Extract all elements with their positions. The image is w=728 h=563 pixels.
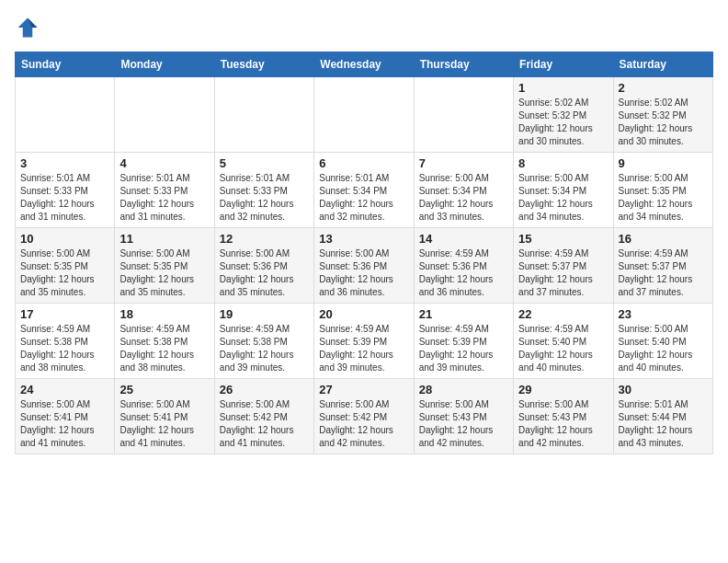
day-info: Sunrise: 4:59 AM Sunset: 5:36 PM Dayligh…	[419, 247, 508, 299]
day-info: Sunrise: 5:00 AM Sunset: 5:36 PM Dayligh…	[220, 247, 309, 299]
day-info: Sunrise: 5:01 AM Sunset: 5:33 PM Dayligh…	[119, 172, 209, 224]
calendar-cell: 23Sunrise: 5:00 AM Sunset: 5:40 PM Dayli…	[613, 304, 712, 379]
weekday-header: Sunday	[16, 52, 115, 77]
calendar-cell: 9Sunrise: 5:00 AM Sunset: 5:35 PM Daylig…	[613, 153, 712, 228]
calendar-week-row: 10Sunrise: 5:00 AM Sunset: 5:35 PM Dayli…	[16, 228, 713, 304]
day-number: 29	[518, 383, 608, 396]
day-number: 13	[319, 232, 408, 246]
calendar-cell	[414, 77, 513, 153]
day-info: Sunrise: 5:00 AM Sunset: 5:34 PM Dayligh…	[518, 172, 608, 224]
day-number: 16	[619, 232, 708, 246]
calendar-week-row: 3Sunrise: 5:01 AM Sunset: 5:33 PM Daylig…	[16, 153, 713, 228]
calendar-cell: 13Sunrise: 5:00 AM Sunset: 5:36 PM Dayli…	[314, 228, 414, 304]
calendar-cell	[214, 77, 313, 153]
day-number: 1	[518, 81, 608, 95]
day-number: 3	[20, 156, 109, 170]
day-number: 26	[220, 383, 309, 396]
day-number: 10	[20, 232, 109, 246]
day-info: Sunrise: 5:00 AM Sunset: 5:35 PM Dayligh…	[619, 172, 708, 224]
calendar-cell: 17Sunrise: 4:59 AM Sunset: 5:38 PM Dayli…	[16, 304, 115, 379]
day-number: 2	[619, 81, 708, 95]
day-number: 20	[319, 307, 408, 321]
calendar-cell: 21Sunrise: 4:59 AM Sunset: 5:39 PM Dayli…	[414, 304, 513, 379]
day-info: Sunrise: 5:00 AM Sunset: 5:41 PM Dayligh…	[20, 398, 109, 450]
weekday-header: Friday	[514, 52, 613, 77]
day-number: 15	[518, 232, 608, 246]
day-number: 23	[619, 307, 708, 321]
calendar-cell: 14Sunrise: 4:59 AM Sunset: 5:36 PM Dayli…	[414, 228, 513, 304]
day-number: 24	[20, 383, 109, 396]
calendar-cell: 29Sunrise: 5:00 AM Sunset: 5:43 PM Dayli…	[514, 379, 613, 454]
calendar-cell: 20Sunrise: 4:59 AM Sunset: 5:39 PM Dayli…	[314, 304, 414, 379]
page-header	[15, 15, 713, 40]
weekday-header: Thursday	[414, 52, 513, 77]
day-number: 28	[419, 383, 508, 396]
day-info: Sunrise: 5:01 AM Sunset: 5:44 PM Dayligh…	[619, 398, 708, 450]
day-info: Sunrise: 5:00 AM Sunset: 5:41 PM Dayligh…	[119, 398, 209, 450]
day-info: Sunrise: 4:59 AM Sunset: 5:37 PM Dayligh…	[619, 247, 708, 299]
day-info: Sunrise: 5:00 AM Sunset: 5:43 PM Dayligh…	[518, 398, 608, 450]
calendar-cell	[115, 77, 214, 153]
weekday-header: Saturday	[613, 52, 712, 77]
calendar-cell	[314, 77, 414, 153]
calendar-cell: 11Sunrise: 5:00 AM Sunset: 5:35 PM Dayli…	[115, 228, 214, 304]
day-number: 19	[220, 307, 309, 321]
calendar-cell: 15Sunrise: 4:59 AM Sunset: 5:37 PM Dayli…	[514, 228, 613, 304]
logo	[15, 15, 44, 40]
day-number: 22	[518, 307, 608, 321]
day-info: Sunrise: 5:02 AM Sunset: 5:32 PM Dayligh…	[518, 97, 608, 148]
calendar-cell: 4Sunrise: 5:01 AM Sunset: 5:33 PM Daylig…	[115, 153, 214, 228]
day-info: Sunrise: 4:59 AM Sunset: 5:38 PM Dayligh…	[119, 323, 209, 374]
day-number: 17	[20, 307, 109, 321]
day-number: 12	[220, 232, 309, 246]
day-number: 30	[619, 383, 708, 396]
calendar-cell: 10Sunrise: 5:00 AM Sunset: 5:35 PM Dayli…	[16, 228, 115, 304]
calendar-cell: 2Sunrise: 5:02 AM Sunset: 5:32 PM Daylig…	[613, 77, 712, 153]
calendar-week-row: 24Sunrise: 5:00 AM Sunset: 5:41 PM Dayli…	[16, 379, 713, 454]
day-number: 21	[419, 307, 508, 321]
day-info: Sunrise: 4:59 AM Sunset: 5:38 PM Dayligh…	[220, 323, 309, 374]
day-number: 14	[419, 232, 508, 246]
day-info: Sunrise: 5:01 AM Sunset: 5:33 PM Dayligh…	[220, 172, 309, 224]
calendar-cell: 26Sunrise: 5:00 AM Sunset: 5:42 PM Dayli…	[214, 379, 313, 454]
day-number: 18	[119, 307, 209, 321]
day-info: Sunrise: 4:59 AM Sunset: 5:39 PM Dayligh…	[319, 323, 408, 374]
day-number: 4	[119, 156, 209, 170]
weekday-header: Tuesday	[214, 52, 313, 77]
day-info: Sunrise: 5:00 AM Sunset: 5:35 PM Dayligh…	[119, 247, 209, 299]
calendar-cell: 5Sunrise: 5:01 AM Sunset: 5:33 PM Daylig…	[214, 153, 313, 228]
day-number: 25	[119, 383, 209, 396]
day-number: 9	[619, 156, 708, 170]
day-number: 7	[419, 156, 508, 170]
calendar-cell: 16Sunrise: 4:59 AM Sunset: 5:37 PM Dayli…	[613, 228, 712, 304]
day-info: Sunrise: 5:01 AM Sunset: 5:34 PM Dayligh…	[319, 172, 408, 224]
calendar-cell: 3Sunrise: 5:01 AM Sunset: 5:33 PM Daylig…	[16, 153, 115, 228]
day-info: Sunrise: 4:59 AM Sunset: 5:38 PM Dayligh…	[20, 323, 109, 374]
day-number: 6	[319, 156, 408, 170]
day-number: 5	[220, 156, 309, 170]
calendar-cell: 8Sunrise: 5:00 AM Sunset: 5:34 PM Daylig…	[514, 153, 613, 228]
logo-icon	[15, 15, 40, 40]
calendar-cell: 30Sunrise: 5:01 AM Sunset: 5:44 PM Dayli…	[613, 379, 712, 454]
day-number: 8	[518, 156, 608, 170]
day-info: Sunrise: 5:00 AM Sunset: 5:34 PM Dayligh…	[419, 172, 508, 224]
day-info: Sunrise: 5:02 AM Sunset: 5:32 PM Dayligh…	[619, 97, 708, 148]
calendar-table: SundayMondayTuesdayWednesdayThursdayFrid…	[15, 52, 713, 454]
calendar-cell: 25Sunrise: 5:00 AM Sunset: 5:41 PM Dayli…	[115, 379, 214, 454]
day-info: Sunrise: 5:00 AM Sunset: 5:40 PM Dayligh…	[619, 323, 708, 374]
calendar-cell: 28Sunrise: 5:00 AM Sunset: 5:43 PM Dayli…	[414, 379, 513, 454]
calendar-cell: 18Sunrise: 4:59 AM Sunset: 5:38 PM Dayli…	[115, 304, 214, 379]
calendar-cell: 7Sunrise: 5:00 AM Sunset: 5:34 PM Daylig…	[414, 153, 513, 228]
calendar-cell: 1Sunrise: 5:02 AM Sunset: 5:32 PM Daylig…	[514, 77, 613, 153]
day-info: Sunrise: 5:01 AM Sunset: 5:33 PM Dayligh…	[20, 172, 109, 224]
day-info: Sunrise: 5:00 AM Sunset: 5:36 PM Dayligh…	[319, 247, 408, 299]
weekday-header: Wednesday	[314, 52, 414, 77]
day-number: 11	[119, 232, 209, 246]
calendar-cell: 12Sunrise: 5:00 AM Sunset: 5:36 PM Dayli…	[214, 228, 313, 304]
calendar-cell: 24Sunrise: 5:00 AM Sunset: 5:41 PM Dayli…	[16, 379, 115, 454]
day-info: Sunrise: 4:59 AM Sunset: 5:40 PM Dayligh…	[518, 323, 608, 374]
weekday-header: Monday	[115, 52, 214, 77]
day-info: Sunrise: 5:00 AM Sunset: 5:42 PM Dayligh…	[319, 398, 408, 450]
calendar-cell: 19Sunrise: 4:59 AM Sunset: 5:38 PM Dayli…	[214, 304, 313, 379]
calendar-cell: 6Sunrise: 5:01 AM Sunset: 5:34 PM Daylig…	[314, 153, 414, 228]
